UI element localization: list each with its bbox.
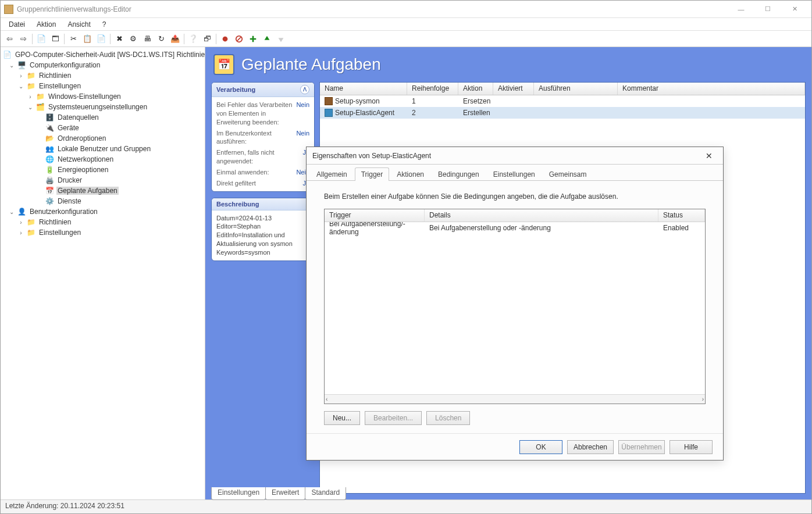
chevron-right-icon[interactable]: ›	[26, 94, 34, 100]
move-up-icon[interactable]	[261, 33, 273, 45]
trigger-row[interactable]: Bei Aufgabenerstellung/-änderung Bei Auf…	[325, 222, 705, 234]
menu-help[interactable]: ?	[98, 19, 111, 30]
tab-standard[interactable]: Standard	[305, 487, 346, 500]
menu-view[interactable]: Ansicht	[63, 19, 95, 30]
col-details[interactable]: Details	[425, 209, 658, 222]
chevron-right-icon[interactable]: ›	[17, 219, 25, 226]
refresh-icon[interactable]: ↻	[155, 33, 168, 45]
tree-user-settings[interactable]: › 📁 Einstellungen	[1, 227, 205, 238]
menu-file[interactable]: Datei	[4, 19, 30, 30]
tab-settings[interactable]: Einstellungen	[211, 487, 266, 500]
scroll-left-icon[interactable]: ‹	[326, 396, 327, 402]
col-name[interactable]: Name	[320, 83, 407, 95]
proc-key: Direkt gefiltert	[216, 179, 300, 188]
tree-local-users[interactable]: 👥 Lokale Benutzer und Gruppen	[1, 144, 205, 154]
tree-services[interactable]: ⚙️ Dienste	[1, 196, 205, 206]
chevron-down-icon[interactable]: ⌄	[8, 62, 16, 69]
tree-printers[interactable]: 🖨️ Drucker	[1, 175, 205, 185]
tree-windows-settings[interactable]: › 📁 Windows-Einstellungen	[1, 91, 205, 102]
cut-icon[interactable]: ✂	[67, 33, 80, 45]
chevron-right-icon[interactable]: ›	[17, 73, 25, 79]
cancel-button[interactable]: Abbrechen	[567, 440, 614, 454]
up-icon[interactable]: 📄	[35, 33, 48, 45]
tab-shared[interactable]: Gemeinsam	[543, 167, 593, 181]
menubar: Datei Aktion Ansicht ?	[1, 18, 811, 31]
processing-card-header[interactable]: Verarbeitung ᐱ	[212, 83, 314, 97]
trigger-buttons: Neu... Bearbeiten... Löschen	[324, 411, 706, 425]
description-card-header[interactable]: Beschreibung	[212, 198, 314, 210]
tree-user-config[interactable]: ⌄ 👤 Benutzerkonfiguration	[1, 206, 205, 217]
maximize-button[interactable]: ☐	[754, 1, 781, 17]
dialog-titlebar[interactable]: Eigenschaften von Setup-ElasticAgent ✕	[307, 147, 723, 165]
col-run[interactable]: Ausführen	[534, 83, 618, 95]
paste-icon[interactable]: 📄	[95, 33, 108, 45]
trigger-listbox[interactable]: Trigger Details Status Bei Aufgabenerste…	[324, 209, 706, 404]
show-pane-icon[interactable]: 🗔	[49, 33, 62, 45]
tree-control-panel[interactable]: ⌄ 🗂️ Systemsteuerungseinstellungen	[1, 102, 205, 112]
apply-button[interactable]: Übernehmen	[618, 440, 665, 454]
collapse-icon[interactable]: ᐱ	[300, 85, 309, 94]
chevron-down-icon[interactable]: ⌄	[8, 209, 16, 215]
options-icon[interactable]: 🗗	[201, 33, 213, 45]
print-icon[interactable]: 🖶	[141, 33, 154, 45]
help-button[interactable]: Hilfe	[669, 440, 713, 454]
chevron-down-icon[interactable]: ⌄	[17, 83, 25, 90]
tree-network-options[interactable]: 🌐 Netzwerkoptionen	[1, 154, 205, 165]
chevron-right-icon[interactable]: ›	[17, 230, 25, 236]
edit-button[interactable]: Bearbeiten...	[365, 411, 422, 425]
tree-user-policies[interactable]: › 📁 Richtlinien	[1, 217, 205, 227]
svg-point-0	[223, 36, 228, 41]
ok-button[interactable]: OK	[519, 440, 562, 454]
task-row[interactable]: Setup-ElasticAgent 2 Erstellen	[320, 107, 805, 119]
tree-power-options[interactable]: 🔋 Energieoptionen	[1, 165, 205, 175]
col-status[interactable]: Status	[658, 209, 705, 222]
chevron-down-icon[interactable]: ⌄	[26, 104, 34, 110]
delete-icon[interactable]: ✖	[113, 33, 126, 45]
move-down-icon[interactable]	[275, 33, 287, 45]
tab-general[interactable]: Allgemein	[310, 167, 354, 181]
tree-scheduled-tasks[interactable]: 📅 Geplante Aufgaben	[1, 185, 205, 196]
services-icon: ⚙️	[45, 197, 54, 206]
tree-computer-config[interactable]: ⌄ 🖥️ Computerkonfiguration	[1, 60, 205, 70]
menu-action[interactable]: Aktion	[32, 19, 60, 30]
tree-settings[interactable]: ⌄ 📁 Einstellungen	[1, 81, 205, 91]
scroll-right-icon[interactable]: ›	[702, 396, 704, 402]
stop-icon[interactable]	[233, 33, 245, 45]
tree-folder-options[interactable]: 📂 Ordneroptionen	[1, 133, 205, 144]
task-row[interactable]: Setup-sysmon 1 Ersetzen	[320, 95, 805, 107]
help-icon[interactable]: ❔	[187, 33, 200, 45]
tab-actions[interactable]: Aktionen	[390, 167, 430, 181]
col-comment[interactable]: Kommentar	[618, 83, 805, 95]
forward-icon[interactable]: ⇨	[17, 33, 30, 45]
properties-icon[interactable]: ⚙	[127, 33, 140, 45]
tab-advanced[interactable]: Erweitert	[265, 487, 305, 500]
col-activated[interactable]: Aktiviert	[493, 83, 534, 95]
tab-settings[interactable]: Einstellungen	[487, 167, 542, 181]
tree-data-sources[interactable]: 🗄️ Datenquellen	[1, 112, 205, 123]
record-icon[interactable]	[219, 33, 232, 45]
close-button[interactable]: ✕	[781, 1, 808, 17]
tree-policies[interactable]: › 📁 Richtlinien	[1, 70, 205, 81]
delete-button[interactable]: Löschen	[426, 411, 470, 425]
trigger-rows[interactable]: Bei Aufgabenerstellung/-änderung Bei Auf…	[325, 222, 705, 394]
tree-root[interactable]: 📄 GPO-Computer-Sicherheit-Audit [WS-DC1.…	[1, 49, 205, 60]
scrollbar[interactable]: ‹ ›	[325, 394, 705, 404]
col-trigger[interactable]: Trigger	[325, 209, 425, 222]
tab-trigger[interactable]: Trigger	[355, 167, 390, 181]
tree-pane[interactable]: 📄 GPO-Computer-Sicherheit-Audit [WS-DC1.…	[1, 47, 205, 499]
new-button[interactable]: Neu...	[324, 411, 360, 425]
dialog-tabs: Allgemein Trigger Aktionen Bedingungen E…	[307, 165, 723, 181]
add-icon[interactable]	[247, 33, 259, 45]
task-list-header: Name Reihenfolge Aktion Aktiviert Ausfüh…	[320, 83, 805, 95]
folder-options-icon: 📂	[45, 134, 54, 143]
tab-conditions[interactable]: Bedingungen	[432, 167, 486, 181]
copy-icon[interactable]: 📋	[81, 33, 94, 45]
col-order[interactable]: Reihenfolge	[407, 83, 458, 95]
tree-devices[interactable]: 🔌 Geräte	[1, 123, 205, 133]
export-icon[interactable]: 📤	[169, 33, 181, 45]
printer-icon: 🖨️	[45, 176, 54, 185]
dialog-close-button[interactable]: ✕	[701, 149, 717, 163]
back-icon[interactable]: ⇦	[3, 33, 16, 45]
minimize-button[interactable]: —	[728, 1, 754, 17]
col-action[interactable]: Aktion	[458, 83, 493, 95]
